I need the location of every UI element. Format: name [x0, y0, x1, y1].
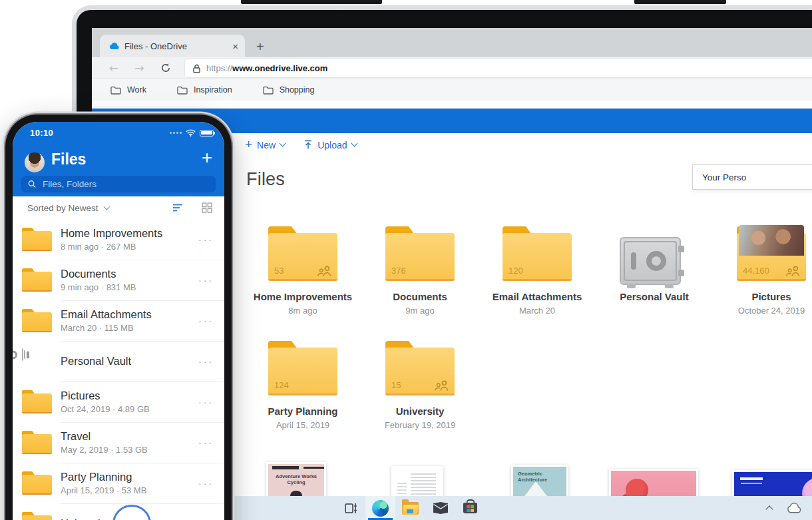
onedrive-tray-cloud-icon[interactable]: [785, 503, 801, 513]
folder-tile[interactable]: 44,160 Pictures October 24, 2019: [713, 217, 812, 316]
folder-name: Party Planning: [268, 405, 337, 417]
list-item[interactable]: Travel May 2, 2019 · 1.53 GB ···: [13, 422, 224, 463]
avatar[interactable]: [25, 152, 45, 172]
edge-browser-button[interactable]: [365, 496, 395, 520]
forward-icon[interactable]: →: [134, 63, 144, 74]
refresh-icon[interactable]: [160, 63, 171, 73]
folder-item-count: 124: [274, 380, 289, 390]
chevron-down-icon[interactable]: [103, 203, 110, 210]
more-options-icon[interactable]: ···: [198, 478, 214, 489]
tab-close-icon[interactable]: ×: [232, 41, 238, 51]
bookmark-label: Inspiration: [194, 85, 232, 95]
callout-text: Your Perso: [702, 172, 746, 182]
search-bar[interactable]: [21, 176, 216, 192]
marketing-scene: Files - OneDrive × + ← → htt: [0, 0, 812, 520]
folder-icon: 376: [385, 225, 455, 281]
grid-view-icon[interactable]: [202, 202, 212, 213]
back-icon[interactable]: ←: [109, 63, 118, 74]
bookmark-item[interactable]: Work: [110, 85, 146, 95]
folder-photo-preview: [739, 225, 804, 256]
more-options-icon[interactable]: ···: [198, 234, 214, 245]
address-bar[interactable]: https://www.onedrive.live.com: [185, 59, 812, 77]
folder-tile[interactable]: 376 Documents 9m ago: [361, 217, 479, 316]
list-item[interactable]: Party Planning April 15, 2019 · 53 MB ··…: [13, 463, 224, 503]
more-options-icon[interactable]: ···: [198, 437, 214, 448]
list-item[interactable]: Home Improvements 8 min ago · 267 MB ···: [13, 219, 224, 260]
file-thumbnail[interactable]: Adventure Works Cycling: [266, 462, 326, 496]
more-options-icon[interactable]: ···: [198, 275, 214, 286]
battery-icon: [200, 130, 214, 136]
search-input[interactable]: [41, 178, 216, 190]
new-tab-icon[interactable]: +: [256, 40, 264, 53]
file-thumbnail[interactable]: [391, 466, 443, 496]
mail-button[interactable]: [425, 496, 455, 520]
folder-date: October 24, 2019: [738, 306, 805, 316]
mail-icon: [433, 502, 449, 514]
folder-tile[interactable]: Personal Vault: [596, 217, 713, 316]
list-item-text: Travel May 2, 2019 · 1.53 GB: [61, 430, 198, 455]
folder-item-count: 120: [508, 266, 523, 276]
folder-icon: [22, 471, 52, 495]
sort-order-icon[interactable]: [172, 203, 184, 212]
folder-item-count: 376: [391, 266, 406, 276]
file-explorer-button[interactable]: [395, 496, 425, 520]
microsoft-store-button[interactable]: [455, 496, 485, 520]
list-item-title: Documents: [61, 268, 198, 280]
chevron-down-icon: [351, 140, 357, 147]
more-options-icon[interactable]: ···: [198, 397, 214, 407]
microsoft-store-icon: [463, 503, 477, 513]
folder-icon: [22, 268, 52, 292]
personal-vault-callout: Your Perso: [692, 164, 812, 190]
file-thumbnail[interactable]: [609, 469, 698, 496]
folder-name: University: [396, 405, 445, 417]
browser-tab[interactable]: Files - OneDrive ×: [100, 35, 245, 57]
personal-vault-icon: [620, 237, 681, 285]
more-options-icon[interactable]: ···: [198, 356, 214, 367]
folder-name: Home Improvements: [254, 291, 352, 302]
folder-tile[interactable]: 53 Home Improvements 8m ago: [244, 217, 361, 316]
add-button[interactable]: +: [202, 148, 212, 167]
folder-date: March 20: [519, 306, 555, 316]
chevron-up-icon[interactable]: [765, 505, 773, 513]
folder-tile[interactable]: 15 University February 19, 2019: [361, 332, 479, 430]
folder-icon: [22, 349, 52, 374]
sort-label[interactable]: Sorted by Newest: [27, 203, 99, 213]
thumbnail-label: Adventure Works Cycling: [268, 473, 324, 485]
new-button[interactable]: + New: [245, 139, 285, 150]
bookmark-label: Work: [127, 85, 146, 95]
folder-outline-icon: [110, 86, 121, 95]
upload-button[interactable]: Upload: [304, 140, 356, 150]
list-item[interactable]: Documents 9 min ago · 831 MB ···: [13, 260, 224, 300]
list-item[interactable]: Personal Vault ···: [13, 341, 224, 382]
background-object: [634, 0, 726, 4]
list-item[interactable]: Email Attachments March 20 · 115 MB ···: [13, 300, 224, 341]
bookmark-item[interactable]: Inspiration: [177, 85, 232, 95]
list-item-text: Home Improvements 8 min ago · 267 MB: [61, 227, 198, 252]
page-title: Files: [246, 169, 285, 190]
list-item-meta: March 20 · 115 MB: [61, 323, 198, 333]
folder-tile[interactable]: 120 Email Attachments March 20: [479, 217, 596, 316]
shared-people-icon: [785, 265, 801, 277]
folder-item-count: 15: [391, 380, 401, 390]
search-icon: [28, 180, 36, 188]
folder-icon: [620, 225, 689, 281]
folder-date: 9m ago: [405, 306, 434, 316]
system-tray: [767, 496, 801, 520]
background-object: [241, 0, 382, 4]
folder-name: Personal Vault: [620, 291, 688, 302]
list-item-meta: April 15, 2019 · 53 MB: [61, 485, 198, 495]
task-view-icon: [343, 501, 358, 515]
folder-tile[interactable]: 124 Party Planning April 15, 2019: [244, 332, 361, 430]
plus-icon: +: [245, 138, 252, 150]
folder-date: 8m ago: [288, 306, 317, 316]
folder-icon: 15: [385, 340, 455, 395]
folder-date: April 15, 2019: [276, 420, 329, 430]
task-view-button[interactable]: [335, 496, 365, 520]
bookmark-item[interactable]: Shopping: [263, 85, 315, 95]
file-thumbnail[interactable]: [732, 470, 812, 496]
file-thumbnail[interactable]: Geometric Architecture: [511, 465, 568, 496]
folder-name: Documents: [393, 291, 447, 302]
folder-body: [22, 231, 52, 251]
more-options-icon[interactable]: ···: [198, 316, 214, 326]
list-item[interactable]: Pictures Oct 24, 2019 · 4.89 GB ···: [13, 382, 224, 422]
